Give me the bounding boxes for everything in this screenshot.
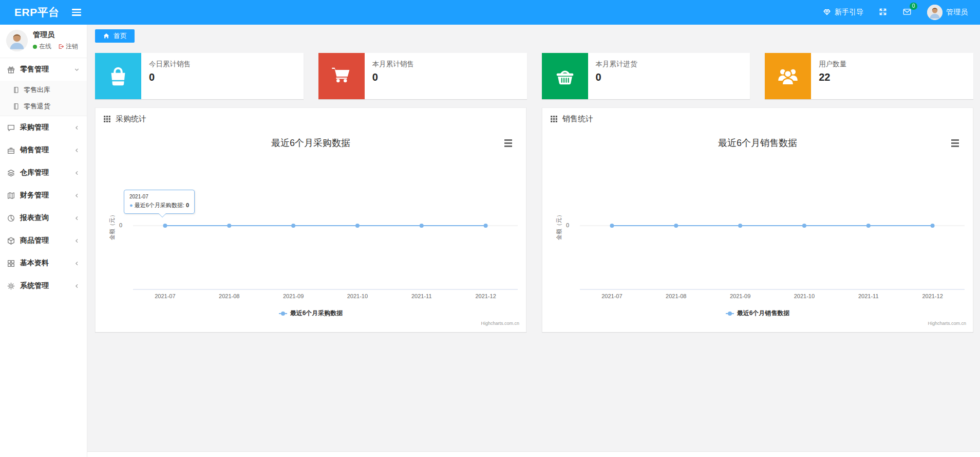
app-brand[interactable]: ERP平台 [0, 5, 69, 20]
basket-icon [542, 53, 588, 99]
logout-icon [58, 43, 64, 50]
sidebar-item[interactable]: 零售管理 [0, 58, 87, 81]
sidebar-toggle-icon[interactable] [69, 6, 84, 19]
gear-icon [7, 282, 15, 290]
x-axis-tick-label: 2021-09 [270, 293, 316, 299]
stat-card-value: 0 [149, 71, 191, 83]
sidebar-item[interactable]: 销售管理 [0, 139, 87, 161]
user-menu[interactable]: 管理员 [927, 5, 968, 20]
chart-credit-link[interactable]: Highcharts.com.cn [928, 321, 966, 326]
chevron-left-icon [73, 192, 80, 199]
gift-icon [7, 65, 15, 74]
x-axis-tick-label: 2021-08 [653, 293, 699, 299]
sidebar: 管理员 在线 注销 零售管理零售出库零售退货采购管理销售管理仓库管理财务管理报表… [0, 25, 87, 457]
logout-button[interactable]: 注销 [58, 42, 78, 51]
sidebar-item-label: 商品管理 [20, 236, 73, 245]
users-icon [765, 53, 811, 99]
sidebar-item[interactable]: 基本资料 [0, 252, 87, 275]
chevron-left-icon [73, 260, 80, 267]
message-badge: 0 [910, 3, 917, 10]
chart-panels-row: 采购统计最近6个月采购数据 2021-072021-082021-092021-… [95, 107, 973, 332]
legend-item[interactable]: 最近6个月销售数据 [726, 309, 790, 318]
sidebar-item-label: 零售管理 [20, 65, 73, 74]
stat-card[interactable]: 今日累计销售0 [95, 53, 304, 99]
legend-label: 最近6个月销售数据 [737, 309, 790, 318]
tooltip-body: ● 最近6个月采购数据: 0 [129, 202, 189, 209]
stat-card-value: 0 [596, 71, 637, 83]
footer-bar [87, 451, 980, 457]
avatar [927, 5, 943, 20]
chat-icon [7, 123, 15, 132]
guide-button[interactable]: 新手引导 [823, 8, 863, 17]
chart-plot[interactable] [542, 130, 974, 301]
panel-header: 销售统计 [542, 108, 973, 130]
y-axis-title: 金额（元） [555, 195, 563, 257]
tab-home[interactable]: 首页 [95, 29, 135, 43]
sidebar-item-label: 仓库管理 [20, 168, 73, 177]
chevron-left-icon [73, 124, 80, 131]
home-icon [103, 32, 110, 40]
x-axis-tick-label: 2021-08 [206, 293, 252, 299]
sidebar-item[interactable]: 报表查询 [0, 207, 87, 229]
x-axis-tick-label: 2021-11 [399, 293, 445, 299]
submenu: 零售出库零售退货 [0, 81, 87, 116]
x-axis-tick-label: 2021-10 [781, 293, 827, 299]
pie-chart-icon [7, 214, 15, 223]
x-axis-tick-label: 2021-12 [463, 293, 509, 299]
tooltip-header: 2021-07 [129, 194, 189, 199]
top-navbar: ERP平台 新手引导 0 管理员 [0, 0, 980, 25]
sidebar-subitem[interactable]: 零售退货 [0, 98, 87, 115]
sidebar-subitem-label: 零售出库 [24, 85, 50, 95]
chevron-left-icon [73, 283, 80, 289]
tooltip-series-marker-icon: ● [129, 202, 133, 208]
chart-panel: 采购统计最近6个月采购数据 2021-072021-082021-092021-… [95, 107, 526, 332]
stat-card-body: 用户数量22 [811, 53, 854, 99]
stat-card-value: 22 [819, 71, 846, 83]
main-content: 首页 今日累计销售0本月累计销售0本月累计进货0用户数量22 采购统计最近6个月… [87, 0, 980, 451]
sidebar-item-label: 采购管理 [20, 123, 73, 132]
chart[interactable]: 最近6个月采购数据 2021-072021-082021-092021-1020… [96, 130, 526, 332]
stat-card[interactable]: 本月累计进货0 [542, 53, 750, 99]
online-status-icon [33, 45, 37, 49]
online-status-label: 在线 [39, 42, 51, 51]
stat-card-label: 今日累计销售 [149, 60, 191, 69]
sidebar-subitem[interactable]: 零售出库 [0, 82, 87, 98]
stat-card-body: 今日累计销售0 [141, 53, 198, 99]
briefcase-icon [7, 146, 15, 155]
guide-label: 新手引导 [835, 8, 863, 17]
sidebar-item[interactable]: 采购管理 [0, 116, 87, 139]
sidebar-menu: 零售管理零售出库零售退货采购管理销售管理仓库管理财务管理报表查询商品管理基本资料… [0, 58, 87, 297]
panel-header: 采购统计 [96, 108, 526, 130]
x-axis-tick-label: 2021-12 [910, 293, 956, 299]
sidebar-subitem-label: 零售退货 [24, 102, 50, 111]
sidebar-item-label: 系统管理 [20, 281, 73, 290]
chart-legend: 最近6个月销售数据 [542, 309, 973, 318]
chevron-down-icon [73, 66, 80, 73]
sidebar-item-label: 销售管理 [20, 145, 73, 155]
legend-item[interactable]: 最近6个月采购数据 [279, 309, 343, 318]
chart-legend: 最近6个月采购数据 [96, 309, 526, 318]
fullscreen-icon [879, 8, 887, 17]
stat-card[interactable]: 本月累计销售0 [318, 53, 527, 99]
stat-card-label: 本月累计进货 [596, 60, 637, 69]
stat-card[interactable]: 用户数量22 [765, 53, 973, 99]
chevron-left-icon [73, 215, 80, 222]
chart[interactable]: 最近6个月销售数据 2021-072021-082021-092021-1020… [542, 130, 973, 332]
sidebar-item[interactable]: 商品管理 [0, 229, 87, 252]
sidebar-item-label: 财务管理 [20, 191, 73, 200]
file-icon [12, 103, 20, 110]
fullscreen-button[interactable] [879, 8, 887, 17]
sidebar-item[interactable]: 系统管理 [0, 275, 87, 297]
stat-cards-row: 今日累计销售0本月累计销售0本月累计进货0用户数量22 [95, 53, 973, 99]
sidebar-item[interactable]: 财务管理 [0, 184, 87, 207]
x-axis-tick-label: 2021-10 [334, 293, 381, 299]
legend-marker-icon [279, 310, 287, 317]
stat-card-body: 本月累计进货0 [588, 53, 645, 99]
sidebar-item[interactable]: 仓库管理 [0, 161, 87, 184]
stat-card-label: 本月累计销售 [372, 60, 414, 69]
cube-icon [7, 236, 15, 245]
chart-panel: 销售统计最近6个月销售数据 2021-072021-082021-092021-… [542, 107, 973, 332]
messages-button[interactable]: 0 [902, 7, 912, 18]
x-axis-tick-label: 2021-11 [845, 293, 892, 299]
chart-credit-link[interactable]: Highcharts.com.cn [481, 321, 519, 326]
